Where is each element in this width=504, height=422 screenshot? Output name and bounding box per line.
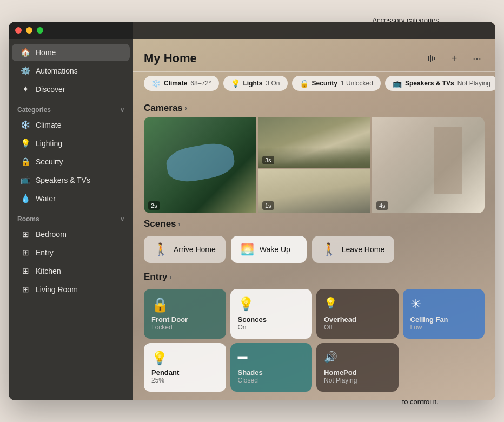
svg-rect-0 — [428, 56, 429, 61]
pill-climate[interactable]: ❄️ Climate 68–72° — [144, 76, 219, 91]
close-button[interactable] — [15, 27, 22, 34]
main-content: My Home + ⋯ — [133, 22, 495, 400]
sidebar-lighting-label: Lighting — [36, 139, 62, 148]
svg-rect-2 — [432, 56, 433, 61]
pill-speakers-tvs-icon: 📺 — [393, 79, 402, 88]
maximize-button[interactable] — [37, 27, 43, 34]
sidebar-item-living-room[interactable]: ⊞ Living Room — [12, 281, 130, 298]
sidebar-item-water[interactable]: 💧 Water — [12, 190, 130, 207]
camera-pool[interactable]: 2s — [144, 117, 256, 214]
scene-leave-home[interactable]: 🚶 Leave Home — [312, 236, 394, 263]
camera-driveway-bottom[interactable]: 1s — [258, 169, 370, 214]
camera-living[interactable]: 4s — [372, 117, 485, 214]
more-button[interactable]: ⋯ — [469, 51, 485, 66]
homepod-text: HomePod Not Playing — [324, 368, 391, 384]
sidebar-living-room-label: Living Room — [36, 285, 78, 294]
siri-button[interactable] — [424, 51, 439, 66]
water-icon: 💧 — [21, 194, 30, 203]
pendant-icon: 💡 — [151, 351, 218, 366]
categories-chevron: ∨ — [120, 107, 124, 114]
pendant-name: Pendant — [151, 368, 218, 377]
minimize-button[interactable] — [26, 27, 32, 34]
sidebar-climate-label: Climate — [36, 121, 61, 129]
camera-driveway-top-timestamp: 3s — [262, 156, 274, 164]
accessory-homepod[interactable]: 🔊 HomePod Not Playing — [316, 343, 399, 392]
pendant-text: Pendant 25% — [151, 368, 218, 384]
ceiling-fan-status: Low — [410, 324, 478, 331]
pill-security-name: Security — [312, 80, 337, 87]
pill-lights-status: 3 On — [266, 80, 280, 87]
pill-security[interactable]: 🔒 Security 1 Unlocked — [292, 76, 381, 91]
accessory-overhead[interactable]: 💡 Overhead Off — [316, 289, 399, 339]
home-icon: 🏠 — [21, 48, 30, 57]
app-window: 🏠 Home ⚙️ Automations ✦ Discover Categor… — [9, 22, 495, 400]
front-door-name: Front Door — [151, 315, 218, 324]
accessory-shades[interactable]: ▬ Shades Closed — [230, 343, 313, 392]
sidebar-item-kitchen[interactable]: ⊞ Kitchen — [12, 262, 130, 280]
sidebar-item-lighting[interactable]: 💡 Lighting — [12, 135, 130, 152]
sidebar-item-security[interactable]: 🔒 Secuirty — [12, 153, 130, 170]
sidebar-water-label: Water — [36, 194, 56, 203]
entry-section-header[interactable]: Entry › — [133, 266, 495, 286]
sidebar-item-bedroom[interactable]: ⊞ Bedroom — [12, 226, 130, 243]
shades-status: Closed — [238, 377, 305, 384]
add-button[interactable]: + — [447, 51, 462, 66]
wake-up-label: Wake Up — [260, 245, 290, 254]
accessory-ceiling-fan[interactable]: ✳ Ceiling Fan Low — [403, 289, 485, 339]
sidebar-bedroom-label: Bedroom — [36, 230, 67, 239]
title-bar — [9, 22, 495, 39]
scenes-grid: 🚶 Arrive Home 🌅 Wake Up 🚶 Leave Home — [133, 233, 495, 266]
sidebar-item-entry[interactable]: ⊞ Entry — [12, 244, 130, 261]
accessory-pendant[interactable]: 💡 Pendant 25% — [144, 343, 226, 392]
automations-icon: ⚙️ — [21, 66, 30, 76]
shades-name: Shades — [238, 368, 305, 377]
svg-rect-1 — [430, 55, 431, 62]
accessory-sconces[interactable]: 💡 Sconces On — [230, 289, 313, 339]
sidebar-item-home[interactable]: 🏠 Home — [12, 44, 130, 61]
categories-header: Categories ∨ — [9, 98, 133, 116]
camera-living-timestamp: 4s — [376, 201, 388, 210]
pill-lights-name: Lights — [243, 80, 263, 87]
sidebar-item-discover[interactable]: ✦ Discover — [12, 81, 130, 98]
sidebar-item-speakers-tvs[interactable]: 📺 Speakers & TVs — [12, 172, 130, 189]
arrive-home-icon: 🚶 — [154, 242, 168, 256]
cameras-label: Cameras — [144, 103, 183, 114]
siri-icon — [427, 54, 436, 63]
entry-label: Entry — [144, 272, 167, 282]
ceiling-fan-icon: ✳ — [410, 296, 478, 312]
sidebar-home-label: Home — [36, 48, 56, 57]
ceiling-fan-name: Ceiling Fan — [410, 315, 478, 324]
front-door-status: Locked — [151, 324, 218, 331]
camera-driveway-top[interactable]: 3s — [258, 117, 370, 168]
pill-speakers-tvs[interactable]: 📺 Speakers & TVs Not Playing — [385, 76, 495, 91]
pill-speakers-tvs-status: Not Playing — [457, 80, 490, 87]
cameras-section-header[interactable]: Cameras › — [133, 97, 495, 117]
shades-icon: ▬ — [238, 351, 305, 362]
scene-wake-up[interactable]: 🌅 Wake Up — [231, 236, 307, 263]
page-title: My Home — [144, 51, 197, 65]
arrive-home-label: Arrive Home — [174, 245, 216, 254]
scenes-section-header[interactable]: Scenes › — [133, 213, 495, 233]
accessory-front-door[interactable]: 🔒 Front Door Locked — [144, 289, 226, 339]
sidebar: 🏠 Home ⚙️ Automations ✦ Discover Categor… — [9, 22, 133, 400]
scene-arrive-home[interactable]: 🚶 Arrive Home — [144, 236, 226, 263]
svg-rect-3 — [434, 57, 435, 60]
pill-climate-name: Climate — [164, 80, 187, 87]
security-icon: 🔒 — [21, 157, 30, 167]
kitchen-icon: ⊞ — [21, 266, 30, 276]
ceiling-fan-text: Ceiling Fan Low — [410, 315, 478, 331]
pill-lights[interactable]: 💡 Lights 3 On — [223, 76, 288, 91]
homepod-status: Not Playing — [324, 377, 391, 384]
speakers-tvs-icon: 📺 — [21, 175, 30, 185]
sidebar-item-automations[interactable]: ⚙️ Automations — [12, 62, 130, 80]
homepod-icon: 🔊 — [324, 351, 391, 364]
pill-climate-status: 68–72° — [190, 80, 211, 87]
entry-icon: ⊞ — [21, 248, 30, 258]
camera-pool-timestamp: 2s — [148, 201, 160, 210]
sconces-status: On — [238, 324, 305, 331]
scenes-chevron: › — [178, 220, 181, 228]
overhead-text: Overhead Off — [324, 315, 391, 331]
overhead-name: Overhead — [324, 315, 391, 324]
bedroom-icon: ⊞ — [21, 229, 30, 239]
sidebar-item-climate[interactable]: ❄️ Climate — [12, 116, 130, 134]
